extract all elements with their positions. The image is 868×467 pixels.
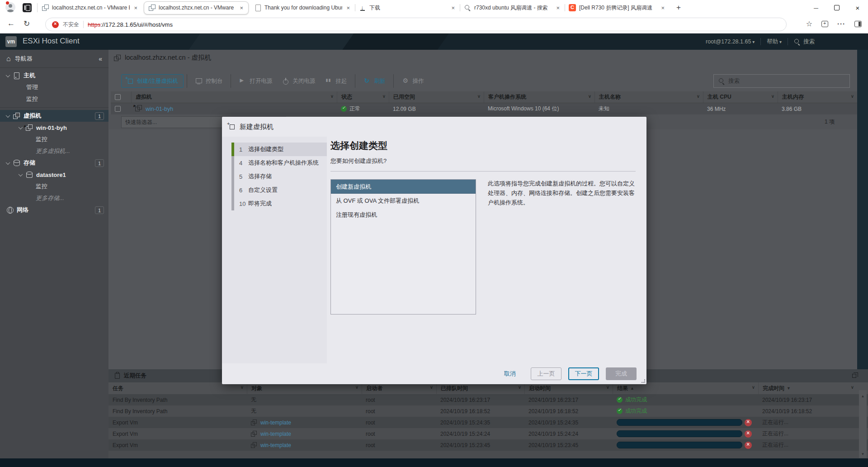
help-menu[interactable]: 帮助	[767, 38, 782, 46]
user-menu[interactable]: root@172.28.1.65	[706, 38, 755, 45]
tab-close-icon[interactable]	[660, 5, 665, 11]
sidebar-item[interactable]: 监控	[0, 181, 108, 192]
vm-table-column-header[interactable]: 主机 CPU	[703, 91, 778, 103]
toolbar-button[interactable]: 打开电源	[231, 74, 277, 88]
tree-expander-icon[interactable]	[6, 73, 10, 77]
sidebar-item[interactable]: 更多虚拟机...	[0, 145, 108, 157]
browser-tab[interactable]: localhost.zhzx.net.cn - VMware ES	[144, 1, 249, 14]
vm-table-column-header[interactable]: 已用空间	[389, 91, 484, 103]
tasks-scrollbar[interactable]	[859, 390, 867, 458]
toolbar-button[interactable]: 关闭电源	[277, 74, 320, 88]
browser-tab[interactable]: [Dell R730 折腾记录] 风扇调速	[565, 0, 670, 15]
toolbar-button[interactable]: 刷新	[355, 74, 390, 88]
task-row[interactable]: Export Vm win-template root 2024/10/19 1…	[108, 439, 868, 451]
sidebar-item[interactable]: 监控	[0, 133, 108, 145]
new-tab-button[interactable]	[672, 1, 685, 14]
tab-close-icon[interactable]	[450, 5, 456, 11]
vertical-tabs-button[interactable]	[23, 3, 32, 12]
sidebar-item[interactable]: 网络 1	[0, 204, 108, 216]
task-row[interactable]: Export Vm win-template root 2024/10/19 1…	[108, 428, 868, 439]
tree-expander-icon[interactable]	[6, 113, 10, 118]
browser-tab[interactable]: 下载	[355, 0, 460, 15]
back-button[interactable]	[7, 19, 15, 28]
creation-type-option[interactable]: 注册现有虚拟机	[331, 208, 476, 222]
resize-grip[interactable]	[642, 379, 645, 383]
toolbar-button[interactable]: 控制台	[187, 74, 228, 88]
maximize-button[interactable]	[826, 0, 847, 15]
wizard-step[interactable]: 6 自定义设置	[222, 183, 327, 197]
next-button[interactable]: 下一页	[568, 367, 599, 380]
scroll-down-icon[interactable]	[861, 449, 865, 457]
favorite-star-icon[interactable]	[806, 19, 812, 28]
navigator-title: 导航器	[15, 55, 33, 63]
vm-table-column-header[interactable]: 主机内存	[778, 91, 857, 103]
browser-profile-button[interactable]	[5, 2, 16, 13]
global-search[interactable]: 搜索	[794, 38, 815, 46]
wizard-step[interactable]: 4 选择名称和客户机操作系统	[222, 156, 327, 170]
tree-expander-icon[interactable]	[6, 160, 10, 165]
vm-table-row[interactable]: win-01-byh 正常 12.09 GB Microsoft Windows…	[111, 103, 857, 115]
task-target[interactable]: 无	[251, 407, 256, 415]
collapse-sidebar-button[interactable]: «	[99, 55, 102, 62]
toolbar-button-icon	[127, 78, 133, 84]
toolbar-button[interactable]: 挂起	[320, 74, 352, 88]
sidebar-panel-icon[interactable]	[854, 21, 862, 27]
vm-table-column-header[interactable]: 主机名称	[594, 91, 703, 103]
collections-icon[interactable]	[821, 21, 828, 27]
vm-table-column-header[interactable]: 客户机操作系统	[484, 91, 594, 103]
vm-table-column-header[interactable]: 状态	[337, 91, 389, 103]
table-search-box[interactable]	[713, 74, 850, 88]
address-box[interactable]: 不安全 https://172.28.1.65/ui/#/host/vms	[45, 18, 787, 31]
creation-type-option[interactable]: 从 OVF 或 OVA 文件部署虚拟机	[331, 194, 476, 208]
select-all-checkbox[interactable]	[115, 94, 121, 100]
task-target[interactable]: win-template	[260, 431, 291, 437]
vm-table-column-header[interactable]: 虚拟机	[131, 91, 337, 103]
sidebar-item[interactable]: 管理	[0, 81, 108, 93]
sidebar-item[interactable]: 存储 1	[0, 157, 108, 169]
row-checkbox[interactable]	[115, 106, 121, 112]
cancel-button[interactable]: 取消	[504, 370, 516, 378]
browser-tab[interactable]: Thank you for downloading Ubun	[250, 0, 355, 15]
toolbar-button[interactable]: 操作	[393, 74, 429, 88]
creation-type-option[interactable]: 创建新虚拟机	[331, 180, 476, 194]
search-input[interactable]	[728, 78, 845, 84]
tab-close-icon[interactable]	[555, 5, 561, 11]
task-row[interactable]: Find By Inventory Path 无 root 2024/10/19…	[108, 394, 868, 405]
finish-button[interactable]: 完成	[606, 367, 637, 380]
minimize-button[interactable]	[806, 0, 826, 15]
tasks-column-header[interactable]: 完成时间 ▼	[758, 382, 857, 394]
reload-button[interactable]	[24, 19, 30, 29]
tab-close-icon[interactable]	[239, 5, 244, 11]
task-row[interactable]: Find By Inventory Path 无 root 2024/10/19…	[108, 405, 868, 417]
wizard-step[interactable]: 10 即将完成	[222, 197, 327, 210]
sidebar-item[interactable]: win-01-byh	[0, 122, 108, 133]
close-window-button[interactable]	[847, 0, 868, 15]
tree-expander-icon[interactable]	[19, 125, 23, 129]
sidebar-item[interactable]: 主机	[0, 70, 108, 81]
cancel-task-icon[interactable]	[745, 442, 752, 449]
tab-close-icon[interactable]	[133, 5, 138, 11]
tree-expander-icon[interactable]	[19, 172, 23, 176]
task-target[interactable]: 无	[251, 396, 256, 404]
task-target[interactable]: win-template	[260, 442, 291, 448]
back-button[interactable]: 上一页	[531, 367, 561, 380]
sidebar-item[interactable]: 监控	[0, 93, 108, 105]
browser-tab[interactable]: localhost.zhzx.net.cn - VMware ES	[38, 0, 142, 15]
tab-close-icon[interactable]	[345, 5, 351, 11]
wizard-step[interactable]: 5 选择存储	[222, 170, 327, 183]
cancel-task-icon[interactable]	[745, 419, 752, 426]
sidebar-item[interactable]: 虚拟机 1	[0, 110, 108, 122]
wizard-step[interactable]: 1 选择创建类型	[222, 143, 327, 156]
browser-menu-icon[interactable]	[837, 20, 845, 28]
expand-panel-icon[interactable]	[852, 374, 856, 378]
cancel-task-icon[interactable]	[745, 430, 752, 438]
task-target[interactable]: win-template	[260, 419, 291, 426]
scroll-up-icon[interactable]	[861, 391, 865, 399]
sidebar-item-label: win-01-byh	[36, 124, 67, 131]
task-row[interactable]: Export Vm win-template root 2024/10/19 1…	[108, 417, 868, 428]
vm-name-link[interactable]: win-01-byh	[146, 106, 173, 112]
toolbar-button[interactable]: 创建/注册虚拟机	[121, 74, 184, 88]
sidebar-item[interactable]: 更多存储...	[0, 192, 108, 204]
browser-tab[interactable]: r730xd ubuntu 风扇调速 - 搜索	[460, 0, 565, 15]
sidebar-item[interactable]: datastore1	[0, 169, 108, 181]
